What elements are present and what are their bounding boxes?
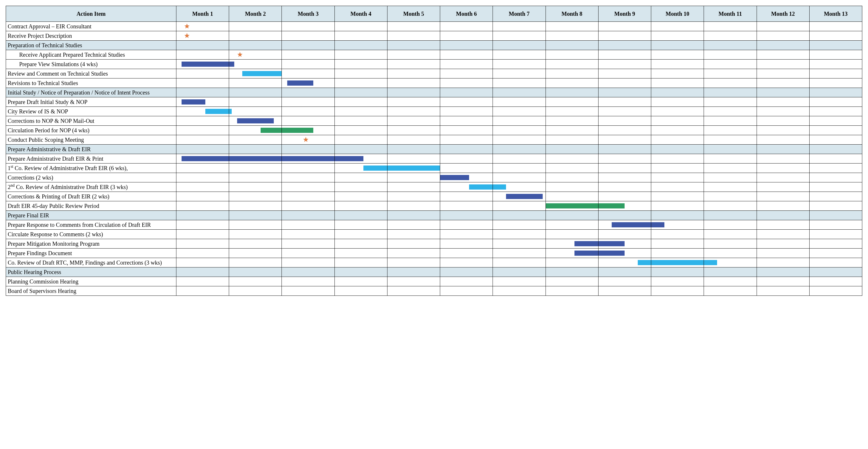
cell-m12 [756, 60, 809, 69]
cell-m13 [809, 97, 862, 107]
cell-m13 [809, 211, 862, 220]
cell-m5 [387, 173, 440, 183]
cell-m10 [651, 173, 704, 183]
cell-m6 [440, 286, 493, 296]
cell-m2 [229, 258, 282, 267]
action-item-label: Co. Review of Draft RTC, MMP, Findings a… [6, 258, 177, 267]
cell-m10 [651, 50, 704, 60]
cell-m12 [756, 22, 809, 31]
task-row: Circulation Period for NOP (4 wks) [6, 126, 862, 135]
cell-m4 [335, 60, 387, 69]
cell-m13 [809, 267, 862, 277]
col-month-10: Month 10 [651, 6, 704, 22]
action-item-label: Prepare Findings Document [6, 249, 177, 258]
action-item-label: Initial Study / Notice of Preparation / … [6, 88, 177, 97]
cell-m3 [282, 60, 335, 69]
cell-m13 [809, 116, 862, 126]
gantt-bar [182, 156, 229, 161]
action-item-label: Draft EIR 45-day Public Review Period [6, 201, 177, 211]
cell-m11 [704, 126, 756, 135]
cell-m2 [229, 201, 282, 211]
cell-m7 [493, 154, 546, 163]
cell-m11 [704, 192, 756, 201]
cell-m9 [598, 192, 651, 201]
cell-m10 [651, 183, 704, 192]
cell-m5 [387, 135, 440, 145]
cell-m13 [809, 183, 862, 192]
cell-m4 [335, 69, 387, 78]
cell-m9 [598, 145, 651, 154]
action-item-label: 1st Co. Review of Administrative Draft E… [6, 163, 177, 173]
gantt-bar [440, 175, 469, 180]
cell-m1 [176, 249, 229, 258]
cell-m1 [176, 41, 229, 50]
cell-m11 [704, 69, 756, 78]
cell-m8 [546, 78, 598, 88]
gantt-bar [260, 128, 281, 133]
cell-m4 [335, 97, 387, 107]
task-row: Conduct Public Scoping Meeting★ [6, 135, 862, 145]
section-row: Prepare Administrative & Draft EIR [6, 145, 862, 154]
task-row: Circulate Response to Comments (2 wks) [6, 230, 862, 239]
gantt-bar [229, 156, 281, 161]
cell-m8 [546, 183, 598, 192]
cell-m10 [651, 135, 704, 145]
cell-m3 [282, 277, 335, 286]
task-row: Corrections & Printing of Draft EIR (2 w… [6, 192, 862, 201]
cell-m12 [756, 69, 809, 78]
cell-m3 [282, 107, 335, 116]
cell-m12 [756, 163, 809, 173]
cell-m2 [229, 78, 282, 88]
cell-m9 [598, 201, 651, 211]
cell-m7 [493, 88, 546, 97]
cell-m4 [335, 277, 387, 286]
cell-m1 [176, 192, 229, 201]
col-month-7: Month 7 [493, 6, 546, 22]
task-row: Receive Applicant Prepared Technical Stu… [6, 50, 862, 60]
cell-m1 [176, 69, 229, 78]
cell-m4 [335, 116, 387, 126]
cell-m10 [651, 258, 704, 267]
cell-m9 [598, 249, 651, 258]
cell-m1 [176, 286, 229, 296]
cell-m2 [229, 116, 282, 126]
cell-m6 [440, 211, 493, 220]
cell-m8 [546, 31, 598, 41]
cell-m7 [493, 126, 546, 135]
cell-m6 [440, 78, 493, 88]
cell-m13 [809, 31, 862, 41]
cell-m4 [335, 249, 387, 258]
cell-m5 [387, 230, 440, 239]
cell-m3 [282, 230, 335, 239]
task-row: 2nd Co. Review of Administrative Draft E… [6, 183, 862, 192]
action-item-label: Prepare Final EIR [6, 211, 177, 220]
cell-m10 [651, 201, 704, 211]
cell-m3 [282, 249, 335, 258]
cell-m12 [756, 135, 809, 145]
cell-m7 [493, 69, 546, 78]
cell-m13 [809, 249, 862, 258]
gantt-bar [287, 81, 314, 86]
cell-m6 [440, 60, 493, 69]
task-row: Receive Project Description★ [6, 31, 862, 41]
cell-m8 [546, 286, 598, 296]
cell-m5 [387, 22, 440, 31]
cell-m2 [229, 286, 282, 296]
cell-m13 [809, 239, 862, 249]
cell-m6 [440, 183, 493, 192]
cell-m4 [335, 239, 387, 249]
action-item-label: Circulate Response to Comments (2 wks) [6, 230, 177, 239]
gantt-bar [335, 156, 364, 161]
cell-m4 [335, 211, 387, 220]
cell-m11 [704, 31, 756, 41]
cell-m5 [387, 60, 440, 69]
cell-m1 [176, 97, 229, 107]
cell-m3 [282, 220, 335, 230]
cell-m6 [440, 249, 493, 258]
cell-m4 [335, 135, 387, 145]
cell-m9 [598, 41, 651, 50]
cell-m7 [493, 230, 546, 239]
cell-m6 [440, 50, 493, 60]
action-item-label: Prepare View Simulations (4 wks) [6, 60, 177, 69]
cell-m7 [493, 173, 546, 183]
